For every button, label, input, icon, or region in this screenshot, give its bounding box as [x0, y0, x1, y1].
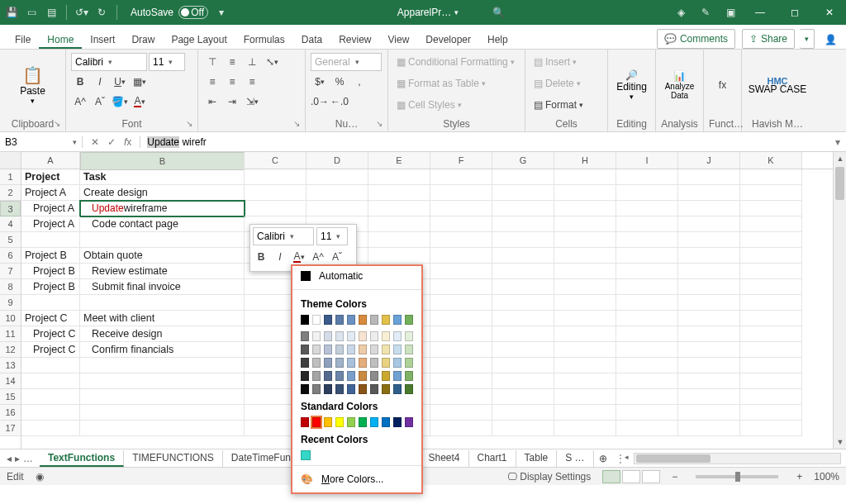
cell[interactable] — [492, 311, 554, 326]
tab-file[interactable]: File — [7, 29, 39, 49]
increase-font-button[interactable]: A^ — [71, 93, 89, 111]
cell[interactable] — [430, 389, 492, 405]
color-swatch[interactable] — [393, 331, 402, 341]
cell[interactable] — [678, 405, 740, 421]
cell[interactable]: Code contact page — [80, 216, 245, 232]
color-swatch[interactable] — [301, 371, 309, 381]
color-swatch[interactable] — [335, 358, 344, 368]
cell[interactable]: Receive design — [80, 326, 245, 342]
col-header-A[interactable]: A — [21, 152, 80, 169]
comma-button[interactable]: , — [350, 73, 368, 91]
cell[interactable]: Create design — [80, 185, 245, 201]
cell[interactable] — [492, 279, 554, 295]
cell[interactable] — [740, 389, 802, 405]
maximize-button[interactable]: ◻ — [783, 4, 806, 21]
cell[interactable] — [430, 185, 492, 201]
cell[interactable] — [492, 421, 554, 436]
cell[interactable] — [492, 358, 554, 373]
cell[interactable]: Project B — [21, 279, 80, 295]
new-file-icon[interactable]: ▭ — [25, 6, 38, 19]
vertical-scrollbar[interactable]: ▲ ▼ — [833, 152, 846, 449]
cell[interactable] — [554, 373, 616, 389]
color-swatch[interactable] — [405, 345, 413, 354]
cell[interactable] — [368, 248, 430, 264]
cell[interactable] — [21, 358, 80, 373]
color-swatch[interactable] — [405, 315, 413, 325]
cell[interactable] — [492, 295, 554, 311]
tab-insert[interactable]: Insert — [82, 29, 123, 49]
color-swatch[interactable] — [382, 358, 390, 368]
col-header-K[interactable]: K — [740, 152, 802, 169]
cell[interactable] — [21, 421, 80, 436]
cell[interactable]: Project A — [21, 216, 80, 232]
cell[interactable] — [740, 295, 802, 311]
color-swatch[interactable] — [382, 384, 390, 394]
cell[interactable] — [740, 201, 802, 216]
row-header[interactable]: 17 — [0, 421, 21, 436]
cell[interactable] — [554, 169, 616, 185]
cell[interactable] — [678, 295, 740, 311]
orientation-button[interactable]: ⤡▾ — [263, 53, 281, 71]
cell[interactable]: Meet with client — [80, 311, 245, 326]
cell[interactable] — [554, 232, 616, 248]
color-swatch[interactable] — [301, 358, 309, 368]
cell[interactable] — [678, 232, 740, 248]
more-colors-button[interactable]: 🎨 More Colors... — [292, 469, 421, 489]
mini-shrink-font-button[interactable]: Aˇ — [329, 248, 345, 266]
row-header[interactable]: 14 — [0, 373, 21, 389]
cell[interactable] — [678, 248, 740, 264]
cell[interactable]: Submit final invoice — [80, 279, 245, 295]
cell[interactable] — [430, 405, 492, 421]
cell[interactable] — [492, 169, 554, 185]
cell[interactable] — [616, 295, 678, 311]
cell[interactable] — [492, 342, 554, 358]
color-swatch[interactable] — [335, 417, 344, 427]
select-all-corner[interactable] — [0, 152, 21, 169]
col-header-E[interactable]: E — [368, 152, 430, 169]
decrease-decimal-button[interactable]: ←.0 — [330, 93, 349, 111]
cell[interactable] — [616, 421, 678, 436]
cell[interactable] — [554, 279, 616, 295]
cell[interactable] — [80, 358, 245, 373]
color-swatch[interactable] — [405, 371, 413, 381]
tab-help[interactable]: Help — [479, 29, 516, 49]
border-button[interactable]: ▦▾ — [131, 73, 149, 91]
zoom-out-button[interactable]: − — [672, 471, 677, 483]
color-swatch[interactable] — [301, 384, 309, 394]
macro-record-icon[interactable]: ◉ — [36, 471, 44, 483]
row-header[interactable]: 8 — [0, 279, 21, 295]
share-dropdown[interactable]: ▾ — [800, 29, 815, 49]
color-swatch[interactable] — [382, 371, 390, 381]
row-header[interactable]: 11 — [0, 326, 21, 342]
cell[interactable] — [307, 185, 368, 201]
color-swatch[interactable] — [335, 384, 344, 394]
currency-button[interactable]: $▾ — [311, 73, 329, 91]
cell[interactable] — [554, 311, 616, 326]
cell[interactable] — [245, 201, 307, 216]
cell[interactable] — [678, 169, 740, 185]
cell-styles-button[interactable]: ▦ Cell Styles▾ — [393, 96, 465, 114]
cell[interactable] — [678, 279, 740, 295]
mini-font-color-button[interactable]: A▾ — [291, 248, 307, 266]
color-swatch[interactable] — [405, 358, 413, 368]
color-swatch[interactable] — [301, 417, 309, 427]
cell[interactable] — [740, 373, 802, 389]
cell[interactable] — [21, 295, 80, 311]
col-header-D[interactable]: D — [307, 152, 368, 169]
cell[interactable] — [740, 169, 802, 185]
sheet-tab[interactable]: TIMEFUNCTIONS — [124, 450, 223, 467]
cell[interactable] — [740, 405, 802, 421]
color-swatch[interactable] — [347, 315, 355, 325]
underline-button[interactable]: U▾ — [111, 73, 129, 91]
cell[interactable] — [21, 232, 80, 248]
font-size-select[interactable]: 11▾ — [149, 53, 185, 71]
cell[interactable] — [740, 232, 802, 248]
cell[interactable]: Confirm financials — [80, 342, 245, 358]
quickaccess-more-icon[interactable]: ▾ — [215, 6, 228, 19]
color-swatch[interactable] — [393, 358, 402, 368]
cell[interactable] — [245, 185, 307, 201]
cell[interactable] — [740, 279, 802, 295]
col-header-B[interactable]: B — [80, 152, 245, 170]
cell[interactable] — [616, 311, 678, 326]
cancel-edit-icon[interactable]: ✕ — [91, 136, 99, 148]
